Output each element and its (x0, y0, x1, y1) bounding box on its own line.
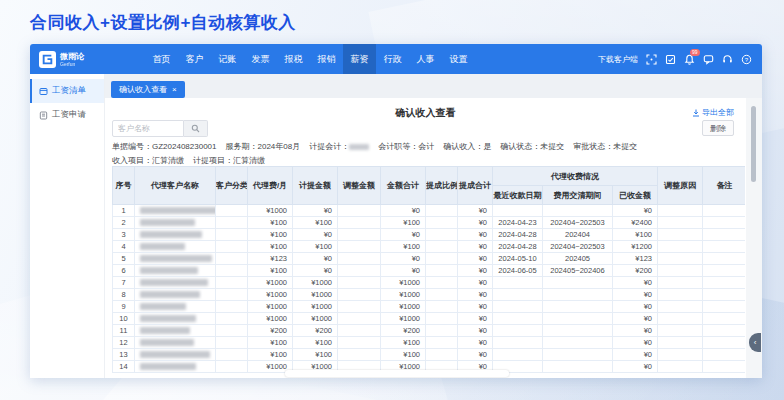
table-cell (703, 241, 745, 253)
help-icon[interactable]: ? (741, 54, 752, 65)
export-all-link[interactable]: 导出全部 (692, 107, 734, 118)
table-row[interactable]: 9¥1000¥1000¥1000¥0¥0 (113, 301, 746, 313)
info-item: 确认收入：是 (443, 141, 491, 152)
vertical-scrollbar[interactable] (751, 106, 756, 182)
nav-menu-item[interactable]: 发票 (244, 44, 277, 74)
table-cell (216, 325, 248, 337)
table-cell: ¥123 (248, 253, 293, 265)
redacted-customer-name (140, 291, 200, 298)
col-header-fee: 代理费/月 (248, 167, 293, 205)
table-cell: ¥1000 (381, 313, 426, 325)
table-cell (658, 313, 703, 325)
sidebar-item-salary-apply[interactable]: 工资申请 (30, 103, 104, 127)
headset-icon[interactable] (722, 54, 733, 65)
horizontal-scrollbar[interactable] (285, 370, 509, 377)
redacted-customer-name (140, 327, 190, 334)
nav-menu-item[interactable]: 人事 (409, 44, 442, 74)
info-item: 服务期：2024年08月 (226, 141, 301, 152)
table-row[interactable]: 5¥123¥0¥0¥02024-05-10202405¥123 (113, 253, 746, 265)
table-cell: ¥1000 (293, 301, 338, 313)
table-row[interactable]: 1¥1000¥0¥0¥0¥0 (113, 205, 746, 217)
nav-menu-item[interactable]: 报税 (277, 44, 310, 74)
info-item: 单据编号：GZ202408230001 (112, 141, 217, 152)
close-icon[interactable]: × (172, 85, 177, 94)
customer-name-cell (135, 229, 216, 241)
table-row[interactable]: 11¥200¥200¥200¥0¥0 (113, 325, 746, 337)
search-button[interactable] (184, 120, 208, 137)
table-cell (216, 337, 248, 349)
todo-icon[interactable] (665, 54, 676, 65)
sidebar-item-salary-list[interactable]: 工资清单 (30, 79, 104, 103)
table-cell (543, 361, 613, 373)
table-row[interactable]: 12¥100¥100¥100¥0¥0 (113, 337, 746, 349)
table-cell: ¥100 (293, 217, 338, 229)
nav-menu-item[interactable]: 客户 (178, 44, 211, 74)
notifications[interactable]: 99 (684, 54, 695, 65)
col-header-reason: 调整原因 (658, 167, 703, 205)
table-cell (216, 289, 248, 301)
app-logo[interactable]: 微雨论 Gerfun (39, 51, 84, 68)
collapse-panel-button[interactable]: ‹ (749, 333, 761, 352)
table-cell: ¥1000 (248, 277, 293, 289)
nav-menu-item[interactable]: 记账 (211, 44, 244, 74)
nav-menu-item[interactable]: 设置 (442, 44, 475, 74)
table-row[interactable]: 13¥100¥100¥100¥0¥0 (113, 349, 746, 361)
table-cell: ¥100 (248, 229, 293, 241)
logo-text: 微雨论 (60, 52, 84, 61)
table-row[interactable]: 10¥1000¥1000¥1000¥0¥0 (113, 313, 746, 325)
nav-menu-item[interactable]: 薪资 (343, 44, 376, 74)
delete-button[interactable]: 删除 (702, 120, 734, 136)
table-cell: ¥0 (293, 265, 338, 277)
col-header-commission: 提成合计 (458, 167, 493, 205)
info-item: 收入项目：汇算清缴 (112, 155, 184, 166)
nav-menu-item[interactable]: 行政 (376, 44, 409, 74)
table-cell: ¥0 (381, 205, 426, 217)
table-cell: ¥0 (613, 325, 658, 337)
table-cell (216, 277, 248, 289)
info-item: 确认状态：未提交 (500, 141, 564, 152)
table-cell (216, 217, 248, 229)
customer-name-cell (135, 349, 216, 361)
table-cell: ¥1000 (248, 205, 293, 217)
table-cell (338, 265, 381, 277)
logo-subtext: Gerfun (60, 61, 84, 67)
info-item: 计提项目：汇算清缴 (193, 155, 265, 166)
redacted-customer-name (140, 231, 202, 238)
table-cell: ¥0 (381, 265, 426, 277)
tab-confirm-income-view[interactable]: 确认收入查看 × (111, 81, 185, 98)
table-cell: ¥1000 (293, 313, 338, 325)
table-cell: ¥0 (458, 337, 493, 349)
page-title: 合同收入+设置比例+自动核算收入 (30, 11, 296, 34)
table-row[interactable]: 7¥1000¥1000¥1000¥0¥0 (113, 277, 746, 289)
customer-name-input[interactable] (112, 120, 184, 137)
customer-name-cell (135, 265, 216, 277)
download-client-link[interactable]: 下载客户端 (598, 54, 638, 65)
table-cell: ¥1000 (248, 313, 293, 325)
table-cell: 10 (113, 313, 135, 325)
nav-menu-item[interactable]: 报销 (310, 44, 343, 74)
table-cell (658, 277, 703, 289)
table-cell: ¥0 (458, 301, 493, 313)
table-row[interactable]: 8¥1000¥1000¥1000¥0¥0 (113, 289, 746, 301)
table-cell: 202405 (543, 253, 613, 265)
chat-icon[interactable] (703, 54, 714, 65)
table-cell (658, 337, 703, 349)
app-window: 微雨论 Gerfun 首页客户记账发票报税报销薪资行政人事设置 下载客户端 99… (30, 44, 762, 378)
table-row[interactable]: 6¥100¥0¥0¥02024-06-05202405~202406¥200 (113, 265, 746, 277)
table-cell (216, 361, 248, 373)
customer-name-cell (135, 205, 216, 217)
table-cell (426, 229, 458, 241)
income-table: 序号 代理客户名称 客户分类 代理费/月 计提金额 调整金额 金额合计 提成比例… (112, 166, 745, 373)
table-cell: ¥0 (458, 205, 493, 217)
table-cell (338, 253, 381, 265)
table-row[interactable]: 4¥100¥100¥100¥02024-04-28202404~202503¥1… (113, 241, 746, 253)
table-cell (426, 337, 458, 349)
table-row[interactable]: 2¥100¥100¥100¥02024-04-23202404~202503¥2… (113, 217, 746, 229)
fullscreen-icon[interactable] (646, 54, 657, 65)
table-cell (493, 289, 543, 301)
nav-menu-item[interactable]: 首页 (145, 44, 178, 74)
table-cell (338, 205, 381, 217)
table-row[interactable]: 3¥100¥0¥0¥02024-04-28202404¥100 (113, 229, 746, 241)
table-cell (543, 289, 613, 301)
table-cell: 1 (113, 205, 135, 217)
